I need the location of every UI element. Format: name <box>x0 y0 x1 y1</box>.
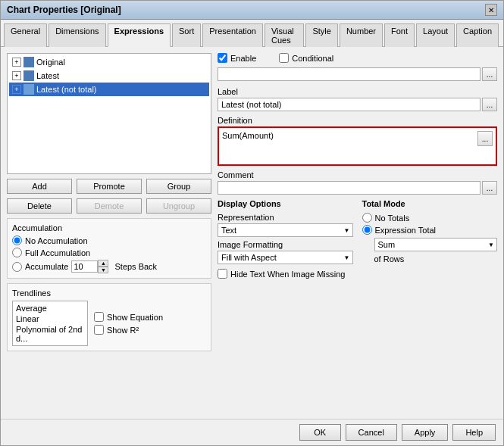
tree-item-label: Latest (not total) <box>36 85 97 94</box>
tab-layout[interactable]: Layout <box>416 23 455 47</box>
tree-item-latest[interactable]: + Latest <box>9 69 209 83</box>
comment-title: Comment <box>218 170 497 179</box>
trend-item[interactable]: Average <box>14 303 86 313</box>
tab-general[interactable]: General <box>4 23 47 47</box>
no-totals-row: No Totals <box>362 213 498 223</box>
steps-stepper: ▲ ▼ <box>98 260 108 273</box>
tab-font[interactable]: Font <box>384 23 415 47</box>
help-button[interactable]: Help <box>452 424 496 441</box>
tab-dimensions[interactable]: Dimensions <box>49 23 105 47</box>
left-panel: + Original + Latest + Latest (not total)… <box>7 53 211 413</box>
promote-button[interactable]: Promote <box>77 179 142 194</box>
full-accumulation-radio[interactable] <box>12 248 22 257</box>
no-accumulation-radio[interactable] <box>12 235 22 245</box>
definition-box: Sum(Amount) ... <box>218 126 497 166</box>
two-col-section: Display Options Representation Text Bar … <box>218 199 497 279</box>
trend-item[interactable]: Polynomial of 2nd d... <box>14 324 86 344</box>
right-panel: Enable Conditional ... Label .. <box>218 53 497 413</box>
cancel-button[interactable]: Cancel <box>346 424 397 441</box>
expand-icon[interactable]: + <box>12 85 21 94</box>
comment-ellipsis-btn[interactable]: ... <box>482 181 497 195</box>
accumulation-title: Accumulation <box>12 223 206 232</box>
conditional-checkbox[interactable] <box>279 53 289 63</box>
ungroup-button[interactable]: Ungroup <box>146 198 211 214</box>
no-totals-label: No Totals <box>375 214 410 223</box>
accumulate-radio[interactable] <box>12 262 22 272</box>
tree-icon <box>23 70 34 81</box>
definition-ellipsis-btn[interactable]: ... <box>477 131 493 146</box>
image-formatting-select[interactable]: Fill with Aspect Fill without Aspect Nor… <box>218 251 353 264</box>
content-area: + Original + Latest + Latest (not total)… <box>1 47 503 419</box>
ok-button[interactable]: OK <box>299 424 341 441</box>
enable-checkbox[interactable] <box>218 53 227 63</box>
tree-item-label: Latest <box>36 71 59 80</box>
conditional-ellipsis-btn[interactable]: ... <box>482 67 497 81</box>
tab-sort[interactable]: Sort <box>172 23 201 47</box>
total-mode-col: Total Mode No Totals Expression Total Su… <box>362 199 498 279</box>
tab-visual-cues[interactable]: Visual Cues <box>265 23 304 47</box>
footer: OK Cancel Apply Help <box>1 419 503 445</box>
expression-tree[interactable]: + Original + Latest + Latest (not total) <box>7 53 211 174</box>
no-totals-radio[interactable] <box>362 213 372 223</box>
trendlines-title: Trendlines <box>12 288 206 298</box>
apply-button[interactable]: Apply <box>402 424 449 441</box>
tab-presentation[interactable]: Presentation <box>202 23 263 47</box>
representation-label: Representation <box>218 213 353 222</box>
steps-down[interactable]: ▼ <box>98 267 108 273</box>
label-section: Label ... <box>218 87 497 111</box>
label-ellipsis-btn[interactable]: ... <box>482 98 497 111</box>
comment-input[interactable] <box>218 181 481 195</box>
image-formatting-select-wrapper: Fill with Aspect Fill without Aspect Nor… <box>218 251 353 264</box>
trendlines-list[interactable]: Average Linear Polynomial of 2nd d... Po… <box>12 301 88 346</box>
representation-select[interactable]: Text Bar Image Circular Gauge Linear Gau… <box>218 223 353 237</box>
tab-caption[interactable]: Caption <box>456 23 499 47</box>
hide-text-row: Hide Text When Image Missing <box>218 269 353 279</box>
label-input-row: ... <box>218 98 497 111</box>
image-formatting-section: Image Formatting Fill with Aspect Fill w… <box>218 240 353 279</box>
conditional-check-label: Conditional <box>279 53 333 63</box>
display-options-title: Display Options <box>218 199 353 208</box>
hide-text-checkbox[interactable] <box>218 269 227 279</box>
accumulate-row: Accumulate ▲ ▼ Steps Back <box>12 260 206 273</box>
tab-style[interactable]: Style <box>305 23 337 47</box>
expression-total-radio[interactable] <box>362 225 372 235</box>
trend-item[interactable]: Polynomial of 3rd d... <box>14 344 86 346</box>
definition-inner: Sum(Amount) ... <box>222 131 493 161</box>
label-input[interactable] <box>218 98 481 111</box>
trendlines-inner: Average Linear Polynomial of 2nd d... Po… <box>12 301 206 346</box>
delete-button[interactable]: Delete <box>7 198 72 214</box>
steps-back-label: Steps Back <box>114 262 157 271</box>
tab-number[interactable]: Number <box>340 23 383 47</box>
definition-section: Definition Sum(Amount) ... <box>218 116 497 166</box>
show-r2-checkbox[interactable] <box>94 325 104 335</box>
no-accumulation-row: No Accumulation <box>12 235 206 245</box>
tree-item-label: Original <box>36 58 65 67</box>
expand-icon[interactable]: + <box>12 58 21 67</box>
conditional-input[interactable] <box>218 67 481 81</box>
steps-up[interactable]: ▲ <box>98 260 108 267</box>
add-button[interactable]: Add <box>7 179 72 194</box>
total-mode-title: Total Mode <box>362 199 498 208</box>
accumulation-section: Accumulation No Accumulation Full Accumu… <box>7 218 211 279</box>
tree-icon <box>23 57 34 67</box>
close-button[interactable]: ✕ <box>485 4 497 16</box>
tree-item-original[interactable]: + Original <box>9 55 209 69</box>
of-rows-label: of Rows <box>374 254 498 264</box>
expand-icon[interactable]: + <box>12 71 21 80</box>
show-r2-row: Show R² <box>94 325 163 335</box>
steps-input[interactable] <box>71 260 98 273</box>
comment-section: Comment ... <box>218 170 497 195</box>
sum-select[interactable]: Sum Average Count Min Max <box>374 238 498 251</box>
representation-select-wrapper: Text Bar Image Circular Gauge Linear Gau… <box>218 223 353 237</box>
definition-textarea[interactable]: Sum(Amount) <box>222 131 476 161</box>
group-button[interactable]: Group <box>146 179 211 194</box>
conditional-input-row: ... <box>218 67 497 81</box>
demote-button[interactable]: Demote <box>77 198 142 214</box>
tab-expressions[interactable]: Expressions <box>108 23 171 47</box>
steps-input-group: ▲ ▼ <box>71 260 108 273</box>
accumulate-label: Accumulate <box>25 262 68 271</box>
display-options-col: Display Options Representation Text Bar … <box>218 199 353 279</box>
tree-item-latest-not-total[interactable]: + Latest (not total) <box>9 83 209 96</box>
show-equation-checkbox[interactable] <box>94 312 104 322</box>
trend-item[interactable]: Linear <box>14 313 86 324</box>
